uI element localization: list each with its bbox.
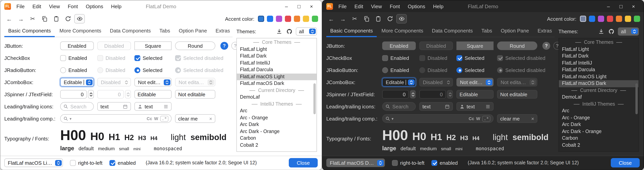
- checkbox-checked-icon[interactable]: [456, 55, 462, 61]
- accent-color-swatch[interactable]: [580, 16, 586, 22]
- combo-arrows-icon[interactable]: [55, 160, 62, 166]
- checkbox-icon[interactable]: [60, 55, 66, 61]
- search-with-options-input[interactable]: ▾ Cc W .*: [382, 114, 494, 123]
- checkbox-icon[interactable]: [382, 55, 388, 61]
- accent-color-swatch[interactable]: [634, 16, 640, 22]
- theme-list-item[interactable]: DemoLaf: [237, 94, 316, 101]
- checkbox-selected[interactable]: Selected: [456, 55, 494, 61]
- chevron-down-icon[interactable]: ▾: [70, 116, 72, 121]
- spinner-stepper-icon[interactable]: [88, 90, 94, 99]
- accent-color-swatch[interactable]: [276, 16, 282, 22]
- checkbox-checked-icon[interactable]: [110, 160, 115, 166]
- clear-me-input[interactable]: clear me ×: [497, 114, 537, 123]
- radio-enabled[interactable]: Enabled: [382, 67, 416, 73]
- right-to-left-checkbox[interactable]: right-to-left: [392, 160, 424, 166]
- theme-list-item[interactable]: Core Themes: [559, 39, 638, 46]
- menu-item[interactable]: Options: [408, 3, 425, 9]
- list-menu-icon[interactable]: [163, 104, 168, 109]
- menu-item[interactable]: View: [371, 3, 382, 9]
- theme-list-item[interactable]: FlatLaf Darcula: [237, 67, 316, 73]
- combobox-editable[interactable]: Editable: [60, 78, 94, 86]
- user-textfield[interactable]: text: [134, 102, 172, 111]
- clear-icon[interactable]: ×: [531, 116, 534, 121]
- editable-textfield[interactable]: Editable: [456, 90, 494, 99]
- date-textfield[interactable]: text: [419, 102, 453, 111]
- accent-color-swatch[interactable]: [303, 16, 309, 22]
- regex-icon[interactable]: .*: [482, 116, 490, 121]
- radio-enabled[interactable]: Enabled: [60, 67, 94, 73]
- menu-item[interactable]: Font: [390, 3, 400, 9]
- calendar-icon[interactable]: [445, 104, 450, 109]
- square-button[interactable]: Square: [134, 42, 172, 50]
- radio-selected[interactable]: Selected: [456, 67, 494, 73]
- eye-icon[interactable]: [74, 14, 85, 24]
- radio-selected[interactable]: Selected: [134, 67, 172, 73]
- spinner-value[interactable]: 0: [60, 90, 87, 99]
- back-icon[interactable]: ←: [4, 14, 14, 24]
- accent-color-swatch[interactable]: [598, 16, 604, 22]
- search-input[interactable]: Search: [382, 102, 416, 111]
- theme-list-item[interactable]: FlatLaf macOS Dark: [559, 80, 638, 87]
- theme-list-item[interactable]: Arc: [559, 108, 638, 114]
- theme-list-item[interactable]: Cobalt 2: [237, 142, 316, 149]
- spinner-value[interactable]: 0: [382, 90, 409, 99]
- accent-color-swatch[interactable]: [285, 16, 291, 22]
- checkbox-checked-icon[interactable]: [134, 55, 140, 61]
- menu-item[interactable]: View: [49, 3, 60, 9]
- accent-color-swatch[interactable]: [312, 16, 318, 22]
- match-case-icon[interactable]: Cc: [147, 116, 152, 121]
- forward-icon[interactable]: →: [16, 14, 26, 24]
- checkbox-checked-icon[interactable]: [432, 160, 437, 166]
- round-button[interactable]: Round: [175, 42, 215, 50]
- theme-list-item[interactable]: Core Themes: [237, 39, 316, 46]
- refresh-icon[interactable]: [62, 14, 73, 24]
- github-icon[interactable]: [286, 28, 293, 35]
- clear-icon[interactable]: ×: [209, 116, 212, 121]
- combo-arrows-icon[interactable]: [377, 160, 384, 166]
- checkbox-enabled[interactable]: Enabled: [382, 55, 416, 61]
- close-window-icon[interactable]: ×: [627, 3, 640, 9]
- right-to-left-checkbox[interactable]: right-to-left: [70, 160, 102, 166]
- calendar-icon[interactable]: [123, 104, 128, 109]
- match-case-icon[interactable]: Cc: [469, 116, 474, 121]
- list-menu-icon[interactable]: [485, 104, 490, 109]
- theme-list-item[interactable]: FlatLaf macOS Dark: [237, 80, 316, 87]
- download-icon[interactable]: [276, 28, 282, 35]
- maximize-icon[interactable]: □: [293, 3, 305, 9]
- minimize-icon[interactable]: –: [280, 3, 293, 9]
- copy-icon[interactable]: [39, 14, 50, 24]
- search-input[interactable]: Search: [60, 102, 94, 111]
- editable-textfield[interactable]: Editable: [134, 90, 172, 99]
- radio-checked-icon[interactable]: [456, 67, 462, 73]
- accent-color-swatch[interactable]: [616, 16, 622, 22]
- checkbox-icon[interactable]: [392, 160, 398, 166]
- theme-list-item[interactable]: IntelliJ Themes: [237, 101, 316, 108]
- tab[interactable]: Option Pane: [497, 26, 533, 37]
- look-and-feel-combo[interactable]: FlatLaf macOS D…: [326, 158, 385, 167]
- combo-arrows-icon[interactable]: [86, 79, 92, 85]
- combo-arrows-icon[interactable]: [309, 29, 316, 34]
- user-textfield[interactable]: text: [456, 102, 494, 111]
- radio-checked-icon[interactable]: [134, 67, 140, 73]
- tab[interactable]: More Components: [378, 26, 427, 37]
- theme-list-item[interactable]: Arc: [237, 108, 316, 114]
- whole-word-icon[interactable]: W: [154, 116, 158, 121]
- menu-item[interactable]: Edit: [354, 3, 363, 9]
- refresh-icon[interactable]: [384, 14, 395, 24]
- accent-color-swatch[interactable]: [589, 16, 595, 22]
- theme-list-item[interactable]: Cobalt 2: [559, 142, 638, 149]
- enabled-button[interactable]: Enabled: [382, 42, 416, 50]
- close-button[interactable]: Close: [611, 158, 640, 167]
- menu-item[interactable]: Edit: [32, 3, 41, 9]
- date-textfield[interactable]: text: [97, 102, 131, 111]
- close-window-icon[interactable]: ×: [305, 3, 318, 9]
- tab[interactable]: Tabs: [156, 26, 174, 37]
- enabled-button[interactable]: Enabled: [60, 42, 94, 50]
- tab[interactable]: Extras: [212, 26, 234, 37]
- tab[interactable]: Basic Components: [4, 26, 55, 37]
- tab[interactable]: Option Pane: [175, 26, 211, 37]
- radio-icon[interactable]: [382, 67, 388, 73]
- chevron-down-icon[interactable]: ▾: [392, 116, 394, 121]
- tab[interactable]: Data Components: [428, 26, 477, 37]
- round-button[interactable]: Round: [497, 42, 537, 50]
